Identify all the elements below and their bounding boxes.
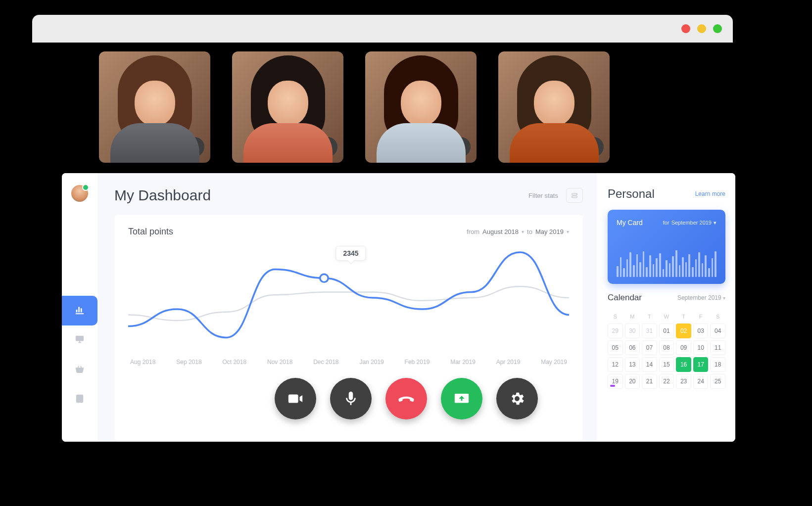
x-tick-label: Nov 2018 (267, 359, 292, 366)
calendar-day[interactable]: 03 (693, 323, 709, 338)
chevron-down-icon: ▾ (522, 229, 524, 234)
calendar-day[interactable]: 13 (625, 357, 640, 372)
my-card-title: My Card (617, 219, 643, 227)
video-tile[interactable] (232, 51, 343, 163)
calendar-day[interactable]: 12 (608, 357, 623, 372)
window-maximize-icon[interactable] (713, 24, 722, 33)
my-card[interactable]: My Card for September 2019 ▾ (608, 210, 725, 284)
chevron-down-icon: ▾ (723, 295, 725, 301)
calendar-day[interactable]: 08 (659, 340, 674, 355)
personal-panel: Personal Learn more My Card for Septembe… (597, 173, 735, 442)
participants-row (99, 51, 673, 163)
calendar-day[interactable]: 23 (676, 374, 691, 389)
calendar-day[interactable]: 21 (642, 374, 657, 389)
window-minimize-icon[interactable] (697, 24, 706, 33)
page-title: My Dashboard (114, 187, 211, 204)
toggle-mic-button[interactable] (330, 378, 372, 419)
to-value: May 2019 (535, 228, 564, 235)
x-tick-label: Apr 2019 (496, 359, 521, 366)
calendar-day[interactable]: 10 (693, 340, 709, 355)
calendar-title: Calendar (608, 293, 642, 303)
video-tile[interactable] (498, 51, 610, 163)
calendar-day[interactable]: 19 (608, 374, 623, 389)
chevron-down-icon: ▾ (567, 229, 569, 234)
participant-video (99, 51, 210, 163)
personal-title: Personal (608, 187, 655, 201)
x-tick-label: Aug 2018 (130, 359, 155, 366)
dashboard-header: My Dashboard Filter stats (114, 187, 583, 204)
filter-settings-icon[interactable] (566, 188, 583, 203)
chart-x-axis: Aug 2018Sep 2018Oct 2018Nov 2018Dec 2018… (128, 355, 569, 366)
svg-rect-2 (572, 193, 577, 195)
calendar-dow: S (710, 312, 725, 322)
date-range[interactable]: from August 2018 ▾ to May 2019 ▾ (467, 228, 569, 235)
share-screen-button[interactable] (441, 378, 482, 419)
app-canvas: My Dashboard Filter stats Total points f… (0, 0, 812, 506)
calendar-day[interactable]: 25 (710, 374, 725, 389)
calendar-day[interactable]: 05 (608, 340, 623, 355)
calendar-day[interactable]: 11 (710, 340, 725, 355)
svg-rect-0 (76, 336, 84, 341)
presentation-icon (74, 334, 85, 347)
calendar-day[interactable]: 18 (710, 357, 725, 372)
calendar-dow: F (693, 312, 709, 322)
calendar-day[interactable]: 22 (659, 374, 674, 389)
calendar-dow: S (608, 312, 623, 322)
svg-rect-1 (77, 395, 83, 403)
basket-icon (74, 364, 85, 376)
calendar-dow: T (676, 312, 691, 322)
calendar-day[interactable]: 17 (693, 357, 709, 372)
sidebar-item[interactable] (62, 296, 97, 325)
calendar-day[interactable]: 31 (642, 323, 657, 338)
avatar[interactable] (71, 185, 88, 202)
svg-rect-3 (572, 196, 577, 197)
note-icon (74, 393, 85, 406)
calendar-dow: M (625, 312, 640, 322)
x-tick-label: Dec 2018 (313, 359, 338, 366)
participant-video (365, 51, 477, 163)
my-card-period[interactable]: for September 2019 ▾ (663, 220, 716, 226)
calendar-day[interactable]: 09 (676, 340, 691, 355)
from-value: August 2018 (482, 228, 519, 235)
participant-video (232, 51, 343, 163)
sidebar-item[interactable] (62, 325, 97, 355)
window-close-icon[interactable] (681, 24, 690, 33)
my-card-sparkline (617, 247, 716, 277)
calendar-day[interactable]: 30 (625, 323, 640, 338)
x-tick-label: Jan 2019 (359, 359, 383, 366)
x-tick-label: Feb 2019 (405, 359, 430, 366)
toggle-video-button[interactable] (275, 378, 316, 419)
hang-up-button[interactable] (385, 378, 427, 419)
call-settings-button[interactable] (496, 378, 538, 419)
calendar-dow: T (642, 312, 657, 322)
x-tick-label: Sep 2018 (176, 359, 201, 366)
calendar-day[interactable]: 07 (642, 340, 657, 355)
calendar-day[interactable]: 04 (710, 323, 725, 338)
calendar-day[interactable]: 20 (625, 374, 640, 389)
calendar-day[interactable]: 15 (659, 357, 674, 372)
to-label: to (527, 228, 532, 235)
svg-point-4 (320, 274, 328, 282)
calendar-day[interactable]: 01 (659, 323, 674, 338)
calendar-day[interactable]: 02 (676, 323, 691, 338)
video-tile[interactable] (365, 51, 477, 163)
calendar-day[interactable]: 14 (642, 357, 657, 372)
from-label: from (467, 228, 479, 235)
call-controls (275, 378, 538, 419)
x-tick-label: Oct 2018 (222, 359, 246, 366)
x-tick-label: Mar 2019 (450, 359, 476, 366)
calendar-day[interactable]: 16 (676, 357, 691, 372)
sidebar-item[interactable] (62, 355, 97, 385)
sidebar (62, 173, 97, 442)
learn-more-link[interactable]: Learn more (695, 190, 725, 197)
calendar-day[interactable]: 29 (608, 323, 623, 338)
calendar-day[interactable]: 06 (625, 340, 640, 355)
calendar-month-picker[interactable]: September 2019 ▾ (677, 294, 725, 301)
chevron-down-icon: ▾ (714, 220, 716, 226)
calendar-day[interactable]: 24 (693, 374, 709, 389)
calendar-grid: SMTWTFS293031010203040506070809101112131… (608, 312, 725, 389)
card-title: Total points (128, 227, 173, 237)
video-tile[interactable] (99, 51, 210, 163)
sidebar-item[interactable] (62, 385, 97, 414)
filter-stats-link[interactable]: Filter stats (528, 192, 558, 199)
